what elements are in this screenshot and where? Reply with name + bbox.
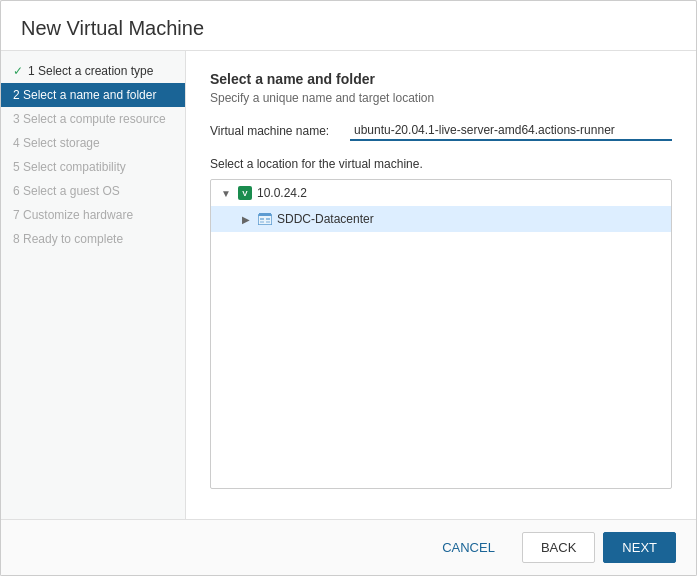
dialog-body: ✓ 1 Select a creation type 2 Select a na…	[1, 51, 696, 519]
sidebar-item-label-step3: 3 Select a compute resource	[13, 112, 166, 126]
svg-rect-7	[266, 221, 270, 223]
tree-item-root-label: 10.0.24.2	[257, 186, 307, 200]
svg-rect-6	[260, 221, 264, 223]
location-label: Select a location for the virtual machin…	[210, 157, 672, 171]
chevron-right-icon[interactable]	[239, 212, 253, 226]
sidebar-item-step1[interactable]: ✓ 1 Select a creation type	[1, 59, 185, 83]
datacenter-icon	[257, 211, 273, 227]
svg-rect-5	[266, 218, 270, 220]
back-button[interactable]: BACK	[522, 532, 595, 563]
checkmark-icon: ✓	[13, 64, 23, 78]
tree-item-datacenter[interactable]: SDDC-Datacenter	[211, 206, 671, 232]
svg-rect-3	[259, 213, 271, 216]
tree-item-root[interactable]: V 10.0.24.2	[211, 180, 671, 206]
tree-item-datacenter-label: SDDC-Datacenter	[277, 212, 374, 226]
next-button[interactable]: NEXT	[603, 532, 676, 563]
vcenter-icon: V	[237, 185, 253, 201]
location-tree[interactable]: V 10.0.24.2	[210, 179, 672, 489]
vm-name-row: Virtual machine name:	[210, 121, 672, 141]
main-content: Select a name and folder Specify a uniqu…	[186, 51, 696, 519]
dialog-title: New Virtual Machine	[1, 1, 696, 51]
section-subtitle: Specify a unique name and target locatio…	[210, 91, 672, 105]
chevron-down-icon[interactable]	[219, 186, 233, 200]
vm-name-input[interactable]	[350, 121, 672, 141]
sidebar-item-step7: 7 Customize hardware	[1, 203, 185, 227]
svg-text:V: V	[242, 189, 248, 198]
sidebar-item-step5: 5 Select compatibility	[1, 155, 185, 179]
sidebar-item-label-step2: 2 Select a name and folder	[13, 88, 156, 102]
sidebar-item-step2[interactable]: 2 Select a name and folder	[1, 83, 185, 107]
sidebar-item-label-step1: 1 Select a creation type	[28, 64, 153, 78]
sidebar-item-step8: 8 Ready to complete	[1, 227, 185, 251]
dialog-footer: CANCEL BACK NEXT	[1, 519, 696, 575]
sidebar-item-label-step4: 4 Select storage	[13, 136, 100, 150]
sidebar-item-step3: 3 Select a compute resource	[1, 107, 185, 131]
sidebar-item-label-step8: 8 Ready to complete	[13, 232, 123, 246]
sidebar-item-label-step6: 6 Select a guest OS	[13, 184, 120, 198]
sidebar-item-step4: 4 Select storage	[1, 131, 185, 155]
new-vm-dialog: New Virtual Machine ✓ 1 Select a creatio…	[0, 0, 697, 576]
sidebar-item-step6: 6 Select a guest OS	[1, 179, 185, 203]
sidebar-item-label-step7: 7 Customize hardware	[13, 208, 133, 222]
sidebar-item-label-step5: 5 Select compatibility	[13, 160, 126, 174]
svg-rect-4	[260, 218, 264, 220]
sidebar: ✓ 1 Select a creation type 2 Select a na…	[1, 51, 186, 519]
section-title: Select a name and folder	[210, 71, 672, 87]
vm-name-label: Virtual machine name:	[210, 124, 340, 138]
cancel-button[interactable]: CANCEL	[423, 532, 514, 563]
